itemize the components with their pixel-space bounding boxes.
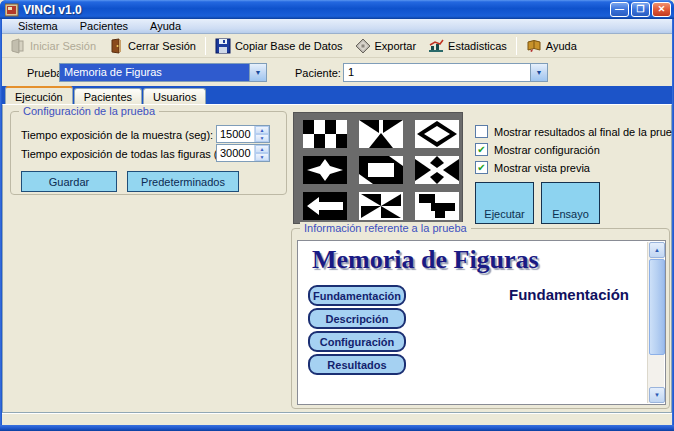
checkbox-box-checked[interactable]: ✔: [475, 161, 488, 174]
info-group-title: Información referente a la prueba: [300, 222, 471, 234]
figure-tile-white-star: [303, 156, 347, 184]
scroll-down-icon[interactable]: ▼: [649, 387, 665, 403]
info-panel: Memoria de Figuras Fundamentación Descri…: [297, 240, 666, 405]
config-group-title: Configuración de la prueba: [19, 105, 159, 117]
checkbox-mostrar-configuracion[interactable]: ✔ Mostrar configuración: [475, 143, 600, 156]
help-book-icon: [526, 38, 542, 54]
figure-tile-frame: [359, 156, 403, 184]
info-section-title: Fundamentación: [483, 286, 655, 303]
toolbar-separator: [205, 37, 206, 55]
figure-preview-image: [293, 112, 463, 224]
toolbar-ayuda[interactable]: Ayuda: [520, 36, 583, 56]
selector-row: Prueba: Memoria de Figuras ▼ Paciente: 1…: [2, 58, 672, 86]
tab-page-ejecucion: Configuración de la prueba Tiempo exposi…: [2, 104, 672, 413]
floppy-disk-icon: [215, 38, 231, 54]
checkbox-mostrar-vista-previa[interactable]: ✔ Mostrar vista previa: [475, 161, 590, 174]
toolbar-label: Cerrar Sesión: [128, 40, 196, 52]
paciente-combobox-value: 1: [344, 64, 530, 81]
checkbox-label: Mostrar configuración: [494, 144, 600, 156]
scrollbar-thumb[interactable]: [649, 259, 665, 355]
ejecutar-button[interactable]: Ejecutar: [475, 182, 534, 224]
restore-button[interactable]: ❐: [631, 2, 650, 17]
statistics-chart-icon: [428, 38, 444, 54]
info-scrollbar[interactable]: ▲ ▼: [647, 242, 664, 403]
ensayo-button[interactable]: Ensayo: [541, 182, 600, 224]
nav-fundamentacion-button[interactable]: Fundamentación: [308, 285, 406, 306]
checkbox-label: Mostrar vista previa: [494, 162, 590, 174]
guardar-button[interactable]: Guardar: [21, 171, 117, 192]
figure-tile-pinwheel: [359, 192, 403, 220]
tab-pacientes[interactable]: Pacientes: [74, 88, 142, 104]
login-icon: [10, 38, 26, 54]
toolbar-exportar[interactable]: Exportar: [349, 36, 423, 56]
toolbar: Iniciar Sesión Cerrar Sesión Copiar Base…: [2, 34, 672, 58]
toolbar-separator: [516, 37, 517, 55]
minimize-button[interactable]: —: [610, 2, 629, 17]
config-groupbox: Configuración de la prueba Tiempo exposi…: [10, 111, 287, 195]
menu-bar: Sistema Pacientes Ayuda: [2, 19, 672, 34]
tiempo-figuras-label: Tiempo exposición de todas las figuras (…: [21, 148, 242, 160]
checkbox-mostrar-resultados[interactable]: Mostrar resultados al final de la prueba: [475, 125, 674, 138]
status-bar: [2, 413, 672, 425]
toolbar-copiar-base-de-datos[interactable]: Copiar Base de Datos: [209, 36, 349, 56]
figure-tile-arrow: [303, 192, 347, 220]
toolbar-label: Ayuda: [546, 40, 577, 52]
check-icon: ✔: [477, 163, 485, 173]
window-border-left: [0, 19, 2, 425]
toolbar-estadisticas[interactable]: Estadisticas: [422, 36, 513, 56]
tiempo-figuras-value[interactable]: 30000: [217, 145, 254, 161]
app-icon[interactable]: [5, 3, 19, 17]
figure-tile-steps: [415, 192, 459, 220]
spin-up-icon[interactable]: ▲: [255, 145, 269, 153]
prueba-combobox-value: Memoria de Figuras: [60, 64, 249, 81]
export-package-icon: [355, 38, 371, 54]
checkbox-label: Mostrar resultados al final de la prueba: [494, 126, 674, 138]
toolbar-label: Copiar Base de Datos: [235, 40, 343, 52]
spin-down-icon[interactable]: ▼: [255, 153, 269, 161]
tiempo-muestra-value[interactable]: 15000: [217, 126, 254, 142]
close-button[interactable]: ✕: [652, 2, 671, 17]
checkbox-box[interactable]: [475, 125, 488, 138]
spin-down-icon[interactable]: ▼: [255, 134, 269, 142]
predeterminados-button[interactable]: Predeterminados: [127, 171, 239, 192]
chevron-down-icon[interactable]: ▼: [249, 64, 266, 81]
figure-tile-diamond-ring: [415, 120, 459, 148]
paciente-label: Paciente:: [295, 67, 341, 79]
chevron-down-icon[interactable]: ▼: [530, 64, 547, 81]
figure-tile-checkerboard: [303, 120, 347, 148]
spin-up-icon[interactable]: ▲: [255, 126, 269, 134]
checkbox-box-checked[interactable]: ✔: [475, 143, 488, 156]
logout-door-icon: [108, 38, 124, 54]
info-heading: Memoria de Figuras: [312, 245, 539, 275]
menu-ayuda[interactable]: Ayuda: [140, 19, 191, 34]
toolbar-label: Iniciar Sesión: [30, 40, 96, 52]
title-bar: VINCI v1.0 — ❐ ✕: [0, 0, 674, 19]
tiempo-muestra-spinner[interactable]: 15000 ▲ ▼: [216, 125, 270, 143]
scroll-up-icon[interactable]: ▲: [649, 242, 665, 258]
figure-tile-triangles: [359, 120, 403, 148]
toolbar-label: Exportar: [375, 40, 417, 52]
tab-usuarios[interactable]: Usuarios: [143, 88, 206, 104]
tiempo-figuras-spinner[interactable]: 30000 ▲ ▼: [216, 144, 270, 162]
toolbar-cerrar-sesion[interactable]: Cerrar Sesión: [102, 36, 202, 56]
window-title: VINCI v1.0: [23, 3, 610, 17]
nav-descripcion-button[interactable]: Descripción: [308, 308, 406, 329]
figure-tile-hexagon-eye: [415, 156, 459, 184]
menu-sistema[interactable]: Sistema: [8, 19, 68, 34]
check-icon: ✔: [477, 145, 485, 155]
info-groupbox: Información referente a la prueba Memori…: [291, 228, 670, 409]
toolbar-label: Estadisticas: [448, 40, 507, 52]
app-window: VINCI v1.0 — ❐ ✕ Sistema Pacientes Ayuda…: [0, 0, 674, 431]
tab-strip: Ejecución Pacientes Usuarios: [2, 86, 672, 104]
prueba-combobox[interactable]: Memoria de Figuras ▼: [59, 63, 267, 82]
toolbar-iniciar-sesion[interactable]: Iniciar Sesión: [4, 36, 102, 56]
nav-configuracion-button[interactable]: Configuración: [308, 331, 406, 352]
tiempo-muestra-label: Tiempo exposición de la muestra (seg):: [21, 129, 213, 141]
paciente-combobox[interactable]: 1 ▼: [343, 63, 548, 82]
menu-pacientes[interactable]: Pacientes: [70, 19, 138, 34]
window-border-bottom: [0, 425, 674, 431]
nav-resultados-button[interactable]: Resultados: [308, 354, 406, 375]
tab-ejecucion[interactable]: Ejecución: [5, 86, 73, 104]
